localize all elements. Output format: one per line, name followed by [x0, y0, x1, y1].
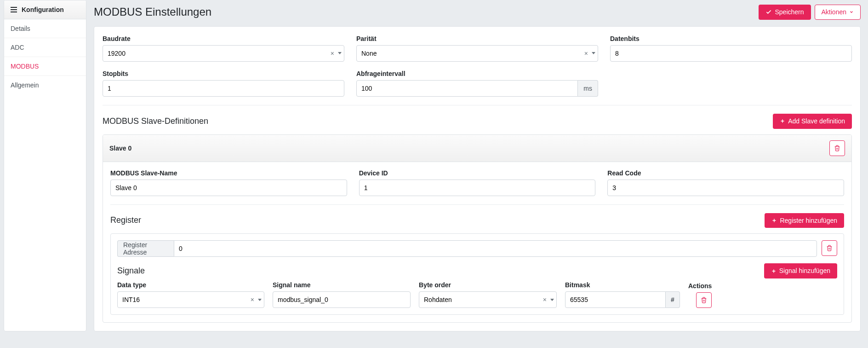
register-address-row: Register Adresse [117, 240, 837, 257]
baudrate-label: Baudrate [103, 35, 344, 42]
add-register-button[interactable]: Register hinzufügen [765, 213, 844, 228]
add-register-button-label: Register hinzufügen [780, 217, 837, 225]
sidebar-item-label: MODBUS [11, 63, 39, 70]
bitmask-header: Bitmask [565, 281, 680, 289]
slave-name-input[interactable] [110, 180, 347, 196]
sidebar-item-modbus[interactable]: MODBUS [4, 57, 86, 76]
read-code-label: Read Code [607, 169, 844, 177]
interval-input[interactable] [356, 80, 578, 97]
slaves-section-header: MODBUS Slave-Definitionen Add Slave defi… [103, 114, 852, 129]
data-type-select[interactable] [117, 291, 264, 308]
save-button[interactable]: Speichern [759, 5, 811, 20]
sidebar: Konfiguration Details ADC MODBUS Allgeme… [4, 0, 86, 331]
delete-signal-button[interactable] [696, 292, 712, 308]
stopbits-input[interactable] [103, 80, 344, 97]
save-button-label: Speichern [775, 8, 804, 16]
actions-button-label: Aktionen [822, 8, 846, 16]
register-section-header: Register Register hinzufügen [110, 213, 844, 228]
trash-icon [826, 245, 833, 251]
delete-slave-button[interactable] [829, 140, 845, 156]
signal-name-input[interactable] [273, 291, 411, 308]
clear-icon[interactable]: × [582, 50, 590, 57]
add-signal-button[interactable]: Signal hinzufügen [764, 263, 837, 278]
actions-header: Actions [688, 282, 712, 290]
trash-icon [701, 297, 707, 303]
chevron-down-icon[interactable] [592, 52, 595, 54]
page-title: MODBUS Einstellungen [94, 6, 211, 18]
chevron-down-icon [849, 10, 854, 14]
device-id-label: Device ID [359, 169, 596, 177]
trash-icon [834, 145, 840, 151]
add-signal-button-label: Signal hinzufügen [779, 267, 830, 275]
interval-unit: ms [578, 80, 598, 97]
stopbits-group: Stopbits [103, 70, 344, 97]
databits-input[interactable] [610, 45, 852, 62]
slave-panel-title: Slave 0 [109, 145, 131, 152]
signals-section-header: Signale Signal hinzufügen [117, 263, 837, 278]
byte-order-header: Byte order [419, 281, 557, 289]
device-id-group: Device ID [359, 169, 596, 196]
main-content: MODBUS Einstellungen Speichern Aktionen … [94, 0, 864, 331]
databits-label: Datenbits [610, 35, 852, 42]
plus-icon [771, 218, 777, 223]
sidebar-item-label: Details [11, 25, 30, 32]
sidebar-item-allgemein[interactable]: Allgemein [4, 76, 86, 94]
device-id-input[interactable] [359, 180, 596, 196]
baudrate-select[interactable] [103, 45, 344, 62]
register-address-input[interactable] [174, 240, 817, 257]
databits-group: Datenbits [610, 35, 852, 62]
check-icon [765, 9, 772, 15]
sidebar-header: Konfiguration [4, 0, 86, 19]
sidebar-item-details[interactable]: Details [4, 19, 86, 38]
read-code-input[interactable] [607, 180, 844, 196]
slaves-section-title: MODBUS Slave-Definitionen [103, 116, 208, 126]
bitmask-input[interactable] [565, 291, 666, 308]
page-header: MODBUS Einstellungen Speichern Aktionen [94, 0, 861, 26]
parity-label: Parität [356, 35, 598, 42]
actions-dropdown-button[interactable]: Aktionen [815, 5, 861, 20]
register-address-label: Register Adresse [117, 240, 174, 257]
interval-group: Abfrageintervall ms [356, 70, 598, 97]
clear-icon[interactable]: × [249, 296, 256, 303]
signals-section-title: Signale [117, 266, 145, 276]
sidebar-item-label: Allgemein [11, 81, 39, 89]
clear-icon[interactable]: × [541, 296, 548, 303]
data-type-header: Data type [117, 281, 264, 289]
delete-register-button[interactable] [822, 240, 837, 256]
chevron-down-icon[interactable] [338, 52, 342, 54]
slave-panel-body: MODBUS Slave-Name Device ID Read Code [103, 162, 851, 323]
sidebar-title: Konfiguration [22, 6, 64, 13]
plus-icon [780, 118, 785, 124]
settings-card: Baudrate × Parität × [94, 26, 861, 331]
interval-label: Abfrageintervall [356, 70, 598, 77]
stopbits-label: Stopbits [103, 70, 344, 77]
slave-panel-header: Slave 0 [103, 135, 851, 162]
sidebar-item-label: ADC [11, 44, 24, 51]
plus-icon [771, 268, 777, 274]
register-section-title: Register [110, 215, 141, 225]
clear-icon[interactable]: × [329, 50, 336, 57]
read-code-group: Read Code [607, 169, 844, 196]
chevron-down-icon[interactable] [258, 299, 262, 301]
divider [110, 204, 844, 205]
add-slave-button-label: Add Slave definition [788, 117, 845, 125]
signal-row: Data type × [117, 281, 837, 308]
slave-panel: Slave 0 MODBUS Slave-Name Device ID [103, 134, 852, 323]
hash-icon[interactable]: # [666, 291, 680, 308]
slave-name-label: MODBUS Slave-Name [110, 169, 347, 177]
baudrate-group: Baudrate × [103, 35, 344, 62]
menu-icon[interactable] [11, 7, 17, 12]
slave-name-group: MODBUS Slave-Name [110, 169, 347, 196]
register-panel-body: Register Adresse Signale [111, 234, 844, 314]
register-panel: Register Adresse Signale [110, 233, 844, 315]
header-actions: Speichern Aktionen [759, 5, 861, 20]
signal-name-header: Signal name [273, 281, 411, 289]
byte-order-select[interactable] [419, 291, 557, 308]
sidebar-item-adc[interactable]: ADC [4, 38, 86, 57]
divider [103, 105, 852, 105]
parity-select[interactable] [356, 45, 598, 62]
parity-group: Parität × [356, 35, 598, 62]
chevron-down-icon[interactable] [550, 299, 554, 301]
add-slave-button[interactable]: Add Slave definition [773, 114, 852, 129]
